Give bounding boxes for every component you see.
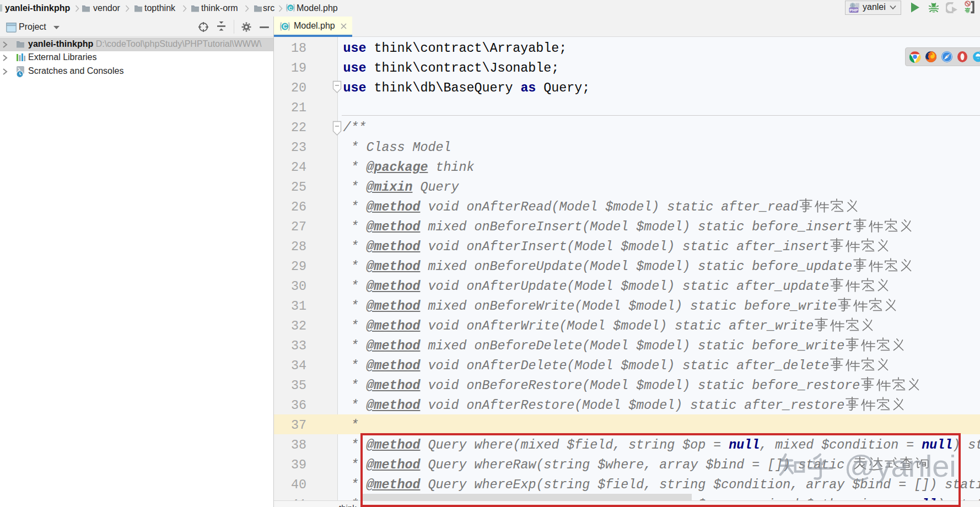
svg-text:C: C — [289, 6, 293, 11]
svg-text:PHP: PHP — [849, 8, 858, 13]
svg-text:C: C — [283, 23, 287, 30]
